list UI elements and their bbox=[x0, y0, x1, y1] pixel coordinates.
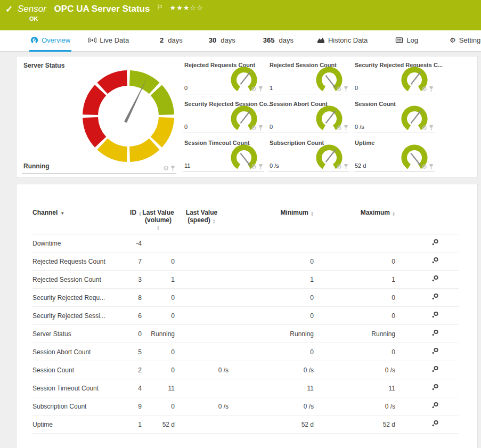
gauge-value: 52 d bbox=[355, 162, 366, 169]
gear-icon[interactable]: ⚙ bbox=[251, 86, 257, 92]
gear-icon[interactable]: ⚙ bbox=[336, 164, 342, 170]
col-id[interactable]: ID▲▼ bbox=[123, 205, 142, 217]
maximum-value: Running bbox=[314, 330, 395, 338]
channel-settings-icon[interactable] bbox=[431, 311, 439, 319]
sort-icon: ▲▼ bbox=[392, 211, 395, 217]
gear-icon[interactable]: ⚙ bbox=[251, 164, 257, 170]
gear-icon[interactable]: ⚙ bbox=[163, 165, 169, 172]
pin-icon[interactable] bbox=[429, 125, 434, 131]
channel-name: Session Abort Count bbox=[32, 348, 123, 356]
maximum-value: 0 /s bbox=[314, 403, 395, 410]
tab-label: days bbox=[221, 36, 235, 44]
last-value-speed: 0 /s bbox=[175, 403, 229, 410]
server-status-gauge-footer: Running ⚙ bbox=[22, 159, 176, 174]
channel-settings-icon[interactable] bbox=[431, 329, 439, 337]
last-value-volume: 0 bbox=[142, 366, 175, 374]
col-last-value-volume[interactable]: Last Value (volume)▲▼ bbox=[142, 205, 175, 231]
last-value-volume: 0 bbox=[142, 348, 175, 356]
table-row: Security Rejected Sessi...6000 bbox=[32, 307, 459, 325]
maximum-value: 1 bbox=[314, 276, 395, 283]
col-minimum[interactable]: Minimum▲▼ bbox=[229, 205, 314, 217]
tab-30-days[interactable]: 30days bbox=[208, 30, 237, 52]
pin-icon[interactable] bbox=[344, 164, 348, 170]
channel-id: 1 bbox=[123, 421, 142, 428]
log-icon bbox=[395, 36, 403, 44]
tab-historic-data[interactable]: Historic Data bbox=[316, 30, 369, 52]
gauge-label: Security Rejected Session Co... bbox=[184, 101, 272, 107]
last-value-volume: Running bbox=[142, 330, 175, 338]
minimum-value: 0 bbox=[229, 294, 314, 302]
gear-icon[interactable]: ⚙ bbox=[336, 86, 342, 92]
channel-id: 6 bbox=[123, 312, 142, 320]
channel-id: 8 bbox=[123, 294, 142, 302]
gauge-tile: Rejected Requests Count0⚙ bbox=[183, 60, 264, 94]
minimum-value: 1 bbox=[229, 276, 314, 283]
tab-live-data[interactable]: Live Data bbox=[87, 30, 130, 52]
channel-settings-icon[interactable] bbox=[431, 384, 439, 391]
col-last-value-speed[interactable]: Last Value (speed)▲▼ bbox=[175, 205, 229, 224]
gauge-tile-footer: 0 /s⚙ bbox=[268, 161, 349, 172]
tab-label: days bbox=[279, 36, 293, 44]
gauge-value: 0 bbox=[184, 124, 187, 130]
gauge-label: Session Count bbox=[355, 101, 396, 107]
channel-settings-icon[interactable] bbox=[431, 257, 439, 264]
gauge-value: 0 /s bbox=[355, 124, 364, 130]
tab-overview[interactable]: Overview bbox=[29, 30, 71, 52]
pin-icon[interactable] bbox=[258, 164, 263, 170]
channel-settings-icon[interactable] bbox=[431, 293, 439, 300]
col-maximum[interactable]: Maximum▲▼ bbox=[314, 205, 395, 217]
minimum-value: 52 d bbox=[229, 421, 314, 428]
gear-icon[interactable]: ⚙ bbox=[421, 86, 427, 92]
table-row: Uptime152 d52 d52 d bbox=[32, 416, 459, 434]
tab-label: Settings bbox=[459, 36, 481, 44]
channel-settings-icon[interactable] bbox=[431, 420, 439, 427]
sensor-page: ✓ Sensor OPC UA Server Status ⚐ ★★★☆☆ OK… bbox=[0, 0, 481, 448]
channel-id: 0 bbox=[123, 330, 142, 338]
channel-settings-icon[interactable] bbox=[431, 402, 439, 409]
gauge-tile: Rejected Session Count1⚙ bbox=[268, 60, 349, 94]
tab-log[interactable]: Log bbox=[394, 30, 419, 52]
tab-label: days bbox=[168, 36, 182, 44]
channel-name: Session Count bbox=[32, 366, 123, 374]
server-status-gauge bbox=[81, 69, 175, 163]
pin-icon[interactable] bbox=[429, 164, 434, 170]
gauge-tile-footer: 11⚙ bbox=[183, 161, 264, 172]
minimum-value: 11 bbox=[229, 385, 314, 392]
channel-settings-icon[interactable] bbox=[431, 275, 439, 282]
channel-table: Channel▼ ID▲▼ Last Value (volume)▲▼ Last… bbox=[32, 205, 459, 434]
gear-icon[interactable]: ⚙ bbox=[421, 125, 427, 131]
channel-settings-icon[interactable] bbox=[431, 347, 439, 355]
channel-settings-icon[interactable] bbox=[431, 365, 439, 373]
last-value-speed: 0 /s bbox=[175, 366, 229, 374]
gauge-value: 0 bbox=[270, 124, 273, 130]
sensor-type-label: Sensor bbox=[18, 4, 46, 14]
gauge-tile: Subscription Count0 /s⚙ bbox=[268, 137, 349, 172]
tab-number: 2 bbox=[160, 36, 164, 44]
pin-icon[interactable] bbox=[344, 86, 348, 92]
channel-settings-icon[interactable] bbox=[431, 239, 439, 246]
tab-settings[interactable]: ⚙Settings bbox=[449, 30, 481, 52]
pin-icon[interactable] bbox=[258, 86, 263, 92]
pin-icon[interactable] bbox=[170, 165, 175, 172]
pin-icon[interactable] bbox=[258, 125, 263, 131]
col-channel[interactable]: Channel▼ bbox=[32, 205, 123, 216]
channel-name: Security Rejected Sessi... bbox=[32, 312, 123, 320]
maximum-value: 0 bbox=[314, 258, 395, 265]
pin-icon[interactable] bbox=[429, 86, 434, 92]
gauge-tile-footer: 52 d⚙ bbox=[354, 161, 435, 172]
gauge-tile: Session Count0 /s⚙ bbox=[354, 99, 435, 133]
gear-icon[interactable]: ⚙ bbox=[336, 125, 342, 131]
channel-id: 4 bbox=[123, 385, 142, 392]
tab-2-days[interactable]: 2days bbox=[159, 30, 184, 52]
check-icon: ✓ bbox=[5, 4, 13, 15]
pin-icon[interactable] bbox=[344, 125, 348, 131]
tab-365-days[interactable]: 365days bbox=[262, 30, 295, 52]
channel-id: 2 bbox=[123, 366, 142, 374]
tab-label: Log bbox=[406, 36, 418, 44]
priority-stars[interactable]: ★★★☆☆ bbox=[170, 4, 203, 12]
mini-gauge-grid: Rejected Requests Count0⚙Rejected Sessio… bbox=[183, 60, 439, 176]
flag-icon[interactable]: ⚐ bbox=[157, 3, 163, 11]
gear-icon[interactable]: ⚙ bbox=[251, 125, 257, 131]
gear-icon[interactable]: ⚙ bbox=[421, 164, 427, 170]
minimum-value: Running bbox=[229, 330, 314, 338]
